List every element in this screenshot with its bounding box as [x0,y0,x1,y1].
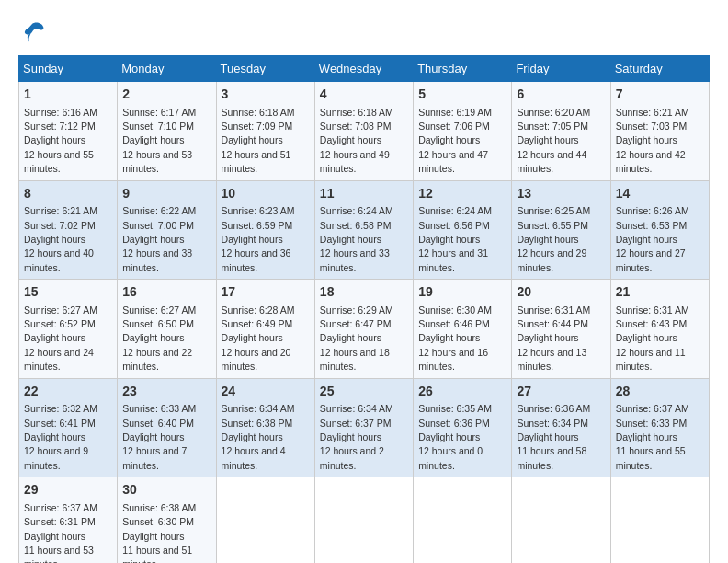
calendar-cell: 6 Sunrise: 6:20 AMSunset: 7:05 PMDayligh… [512,82,610,181]
calendar-cell [414,477,512,563]
calendar-cell: 25 Sunrise: 6:34 AMSunset: 6:37 PMDaylig… [314,378,413,477]
day-header-thursday: Thursday [414,56,512,82]
day-info: Sunrise: 6:25 AMSunset: 6:55 PMDaylight … [517,205,590,273]
day-number: 30 [122,481,210,500]
day-number: 28 [616,383,704,401]
day-info: Sunrise: 6:34 AMSunset: 6:37 PMDaylight … [320,403,393,471]
calendar-cell: 27 Sunrise: 6:36 AMSunset: 6:34 PMDaylig… [512,378,610,477]
calendar-cell: 24 Sunrise: 6:34 AMSunset: 6:38 PMDaylig… [216,378,314,477]
day-number: 6 [517,86,605,104]
day-info: Sunrise: 6:37 AMSunset: 6:31 PMDaylight … [24,502,97,563]
calendar-cell: 9 Sunrise: 6:22 AMSunset: 7:00 PMDayligh… [118,180,216,280]
calendar-cell [314,477,413,563]
day-info: Sunrise: 6:28 AMSunset: 6:49 PMDaylight … [222,304,295,373]
day-number: 27 [517,383,605,401]
day-number: 12 [418,185,506,203]
day-number: 9 [122,185,210,203]
day-number: 4 [320,86,408,104]
calendar-cell: 22 Sunrise: 6:32 AMSunset: 6:41 PMDaylig… [19,378,118,477]
calendar-cell [512,477,610,563]
calendar-week-row: 15 Sunrise: 6:27 AMSunset: 6:52 PMDaylig… [19,280,710,379]
day-number: 16 [122,283,210,302]
day-header-tuesday: Tuesday [216,56,314,82]
calendar-header-row: SundayMondayTuesdayWednesdayThursdayFrid… [19,56,710,82]
day-info: Sunrise: 6:30 AMSunset: 6:46 PMDaylight … [418,304,492,373]
calendar-cell: 4 Sunrise: 6:18 AMSunset: 7:08 PMDayligh… [314,82,413,181]
day-number: 15 [24,283,112,302]
calendar-week-row: 22 Sunrise: 6:32 AMSunset: 6:41 PMDaylig… [19,378,710,477]
calendar-cell [216,477,314,563]
calendar-cell: 29 Sunrise: 6:37 AMSunset: 6:31 PMDaylig… [19,477,118,563]
day-info: Sunrise: 6:21 AMSunset: 7:03 PMDaylight … [616,107,689,175]
day-header-saturday: Saturday [610,56,709,82]
calendar-cell: 15 Sunrise: 6:27 AMSunset: 6:52 PMDaylig… [19,280,118,379]
page-header [18,18,710,46]
calendar-cell: 1 Sunrise: 6:16 AMSunset: 7:12 PMDayligh… [19,82,118,181]
day-number: 17 [222,283,310,302]
day-info: Sunrise: 6:29 AMSunset: 6:47 PMDaylight … [320,304,393,373]
day-info: Sunrise: 6:31 AMSunset: 6:43 PMDaylight … [616,304,689,373]
day-number: 7 [616,86,704,104]
day-info: Sunrise: 6:33 AMSunset: 6:40 PMDaylight … [122,403,196,471]
calendar-cell: 23 Sunrise: 6:33 AMSunset: 6:40 PMDaylig… [118,378,216,477]
day-number: 5 [418,86,506,104]
day-number: 3 [222,86,310,104]
calendar-cell: 30 Sunrise: 6:38 AMSunset: 6:30 PMDaylig… [118,477,216,563]
day-number: 22 [24,383,112,401]
day-info: Sunrise: 6:18 AMSunset: 7:08 PMDaylight … [320,107,393,175]
calendar-cell: 12 Sunrise: 6:24 AMSunset: 6:56 PMDaylig… [414,180,512,280]
day-info: Sunrise: 6:26 AMSunset: 6:53 PMDaylight … [616,205,689,273]
day-header-wednesday: Wednesday [314,56,413,82]
calendar-week-row: 1 Sunrise: 6:16 AMSunset: 7:12 PMDayligh… [19,82,710,181]
day-number: 18 [320,283,408,302]
calendar-cell: 3 Sunrise: 6:18 AMSunset: 7:09 PMDayligh… [216,82,314,181]
day-info: Sunrise: 6:19 AMSunset: 7:06 PMDaylight … [418,107,492,175]
day-number: 8 [24,185,112,203]
day-info: Sunrise: 6:36 AMSunset: 6:34 PMDaylight … [517,403,590,471]
calendar-cell: 21 Sunrise: 6:31 AMSunset: 6:43 PMDaylig… [610,280,709,379]
day-info: Sunrise: 6:23 AMSunset: 6:59 PMDaylight … [222,205,295,273]
calendar-week-row: 8 Sunrise: 6:21 AMSunset: 7:02 PMDayligh… [19,180,710,280]
day-number: 11 [320,185,408,203]
day-info: Sunrise: 6:34 AMSunset: 6:38 PMDaylight … [222,403,295,471]
calendar-cell: 26 Sunrise: 6:35 AMSunset: 6:36 PMDaylig… [414,378,512,477]
day-info: Sunrise: 6:18 AMSunset: 7:09 PMDaylight … [222,107,295,175]
day-info: Sunrise: 6:21 AMSunset: 7:02 PMDaylight … [24,205,97,273]
calendar-cell: 5 Sunrise: 6:19 AMSunset: 7:06 PMDayligh… [414,82,512,181]
calendar-cell [610,477,709,563]
calendar-cell: 10 Sunrise: 6:23 AMSunset: 6:59 PMDaylig… [216,180,314,280]
calendar-cell: 17 Sunrise: 6:28 AMSunset: 6:49 PMDaylig… [216,280,314,379]
day-info: Sunrise: 6:24 AMSunset: 6:56 PMDaylight … [418,205,492,273]
day-info: Sunrise: 6:37 AMSunset: 6:33 PMDaylight … [616,403,689,471]
day-info: Sunrise: 6:31 AMSunset: 6:44 PMDaylight … [517,304,590,373]
day-info: Sunrise: 6:24 AMSunset: 6:58 PMDaylight … [320,205,393,273]
logo-icon [18,18,46,46]
day-number: 24 [222,383,310,401]
day-number: 1 [24,86,112,104]
calendar-cell: 16 Sunrise: 6:27 AMSunset: 6:50 PMDaylig… [118,280,216,379]
calendar-cell: 18 Sunrise: 6:29 AMSunset: 6:47 PMDaylig… [314,280,413,379]
calendar-cell: 2 Sunrise: 6:17 AMSunset: 7:10 PMDayligh… [118,82,216,181]
day-info: Sunrise: 6:27 AMSunset: 6:50 PMDaylight … [122,304,196,373]
day-number: 13 [517,185,605,203]
calendar-cell: 19 Sunrise: 6:30 AMSunset: 6:46 PMDaylig… [414,280,512,379]
day-number: 26 [418,383,506,401]
calendar-cell: 14 Sunrise: 6:26 AMSunset: 6:53 PMDaylig… [610,180,709,280]
day-info: Sunrise: 6:17 AMSunset: 7:10 PMDaylight … [122,107,196,175]
calendar-cell: 7 Sunrise: 6:21 AMSunset: 7:03 PMDayligh… [610,82,709,181]
day-number: 20 [517,283,605,302]
day-info: Sunrise: 6:16 AMSunset: 7:12 PMDaylight … [24,107,97,175]
calendar-cell: 11 Sunrise: 6:24 AMSunset: 6:58 PMDaylig… [314,180,413,280]
calendar-week-row: 29 Sunrise: 6:37 AMSunset: 6:31 PMDaylig… [19,477,710,563]
logo [18,18,50,46]
day-number: 2 [122,86,210,104]
calendar-cell: 8 Sunrise: 6:21 AMSunset: 7:02 PMDayligh… [19,180,118,280]
day-number: 10 [222,185,310,203]
day-info: Sunrise: 6:27 AMSunset: 6:52 PMDaylight … [24,304,97,373]
day-header-friday: Friday [512,56,610,82]
day-number: 23 [122,383,210,401]
day-info: Sunrise: 6:20 AMSunset: 7:05 PMDaylight … [517,107,590,175]
calendar-table: SundayMondayTuesdayWednesdayThursdayFrid… [18,55,710,563]
day-info: Sunrise: 6:22 AMSunset: 7:00 PMDaylight … [122,205,196,273]
day-info: Sunrise: 6:35 AMSunset: 6:36 PMDaylight … [418,403,492,471]
